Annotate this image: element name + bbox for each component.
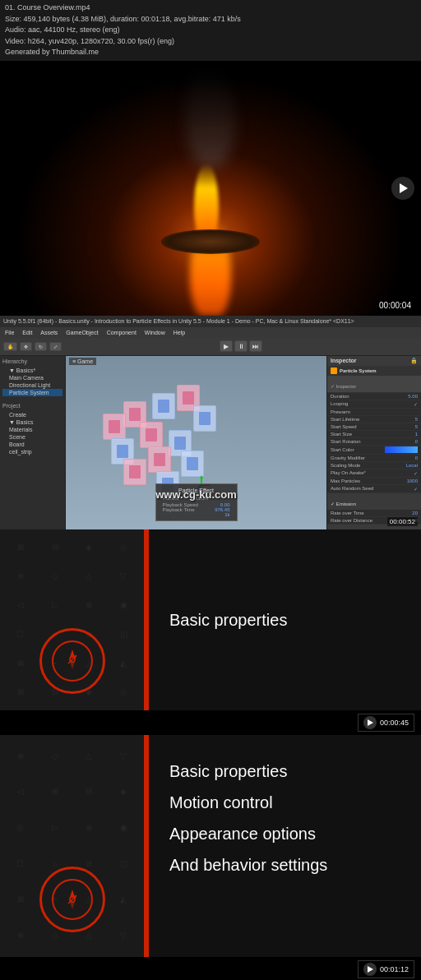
toolbar-scale-btn[interactable]: ⤢ — [49, 342, 62, 351]
play-triangle-icon — [400, 183, 408, 193]
particle-sys-icon — [331, 368, 337, 374]
project-scene[interactable]: Scene — [2, 433, 62, 441]
compass-icon-1 — [39, 628, 105, 694]
menu-window[interactable]: Window — [145, 330, 165, 335]
timestamp-row-2: 00:01:12 — [0, 957, 421, 981]
timestamp-badge-2: 00:01:12 — [358, 960, 414, 978]
unity-main-area: Hierarchy ▼ Basics* Main Camera Directio… — [0, 356, 421, 529]
inspector-lock-icon[interactable]: 🔒 — [410, 358, 418, 364]
project-title: Project — [2, 403, 62, 409]
inspector-enabled: ✓ Inspector — [331, 384, 356, 389]
card1-text-area: Basic properties — [149, 529, 421, 710]
project-create[interactable]: Create — [2, 411, 62, 418]
timestamp-row-1: 00:00:45 — [0, 710, 421, 735]
card2-text-area: Basic properties Motion control Appearan… — [149, 735, 421, 957]
info-line-4: Video: h264, yuv420p, 1280x720, 30.00 fp… — [5, 36, 416, 48]
unity-toolbar: ✋ ✥ ↻ ⤢ ▶ ⏸ ⏭ — [0, 338, 421, 356]
menu-file[interactable]: File — [5, 330, 14, 335]
start-color-swatch[interactable] — [385, 446, 418, 453]
unity-scene-view[interactable]: ≡ Game — [66, 356, 326, 529]
play-triangle-sm-1 — [368, 719, 373, 726]
basic-properties-card: ⊞ ⊟ ◈ ◎ ⊕ ◇ △ ▽ ◁ ▷ ⊗ ◉ ☐ ⌂ ⊘ ◫ ⊠ ⌁ ◬ ◭ … — [0, 529, 421, 710]
info-line-5: Generated by Thumbnail.me — [5, 47, 416, 58]
compass-icon-2 — [39, 867, 105, 932]
smoke-effect — [186, 69, 235, 168]
step-btn[interactable]: ⏭ — [249, 340, 262, 352]
particle-card-5 — [140, 422, 163, 448]
particle-sys-label: Particle System — [340, 368, 377, 373]
card-pattern-2: ⊕ ◇ △ ▽ ◁ ⊞ ⊟ ◈ ◎ ▷ ⊗ ◉ ☐ ⌂ ⊘ ◫ ⊠ ⌁ ◬ ◭ … — [0, 735, 144, 957]
play-triangle-sm-2 — [368, 966, 373, 973]
scene-tab[interactable]: ≡ Game — [69, 358, 96, 365]
card1-title: Basic properties — [169, 609, 287, 631]
play-btn[interactable]: ▶ — [220, 340, 233, 352]
timestamp-text-1: 00:00:45 — [380, 719, 409, 727]
campfire-timestamp: 00:00:04 — [376, 300, 414, 311]
menu-assets[interactable]: Assets — [40, 330, 58, 335]
hierarchy-dirlight[interactable]: Directional Light — [2, 381, 62, 389]
info-line-2: Size: 459,140 bytes (4.38 MiB), duration… — [5, 14, 416, 25]
particle-card-7 — [103, 414, 126, 440]
project-basics[interactable]: ▼ Basics — [2, 418, 62, 426]
svg-marker-1 — [200, 475, 203, 478]
particle-card-9 — [148, 446, 171, 473]
timestamp-text-2: 00:01:12 — [380, 965, 409, 973]
campfire-video-thumbnail: 00:00:04 — [0, 61, 421, 316]
play-button-overlay[interactable] — [391, 177, 414, 200]
compass-arrow-icon — [60, 647, 85, 675]
unity-menubar: File Edit Assets GameObject Component Wi… — [0, 327, 421, 338]
hierarchy-title: Hierarchy — [2, 358, 62, 364]
menu-component[interactable]: Component — [107, 330, 136, 335]
project-board[interactable]: Board — [2, 441, 62, 448]
hierarchy-maincam[interactable]: Main Camera — [2, 374, 62, 381]
unity-editor-screenshot: Unity 5.5.0f1 (64bit) - Basics.unity - I… — [0, 316, 421, 529]
particle-card-11 — [123, 459, 146, 485]
ground-circle — [161, 229, 260, 254]
project-strip[interactable]: cell_strip — [2, 448, 62, 455]
project-materials[interactable]: Materials — [2, 426, 62, 433]
toolbar-rotate-btn[interactable]: ↻ — [35, 342, 47, 351]
menu-gameobject[interactable]: GameObject — [66, 330, 98, 335]
emission-section: ✓ Emission — [327, 493, 421, 510]
info-line-1: 01. Course Overview.mp4 — [5, 2, 416, 14]
play-icon-sm-2 — [363, 963, 377, 976]
card2-item-3: Appearance options — [169, 822, 316, 845]
flame — [198, 164, 223, 238]
info-bar: 01. Course Overview.mp4 Size: 459,140 by… — [0, 0, 421, 61]
card2-item-4: And behavior settings — [169, 853, 327, 876]
unity-inspector-panel: Inspector 🔒 Particle System ✓ Inspector … — [326, 356, 421, 529]
card2-item-1: Basic properties — [169, 760, 287, 783]
pause-btn[interactable]: ⏸ — [234, 340, 248, 352]
toolbar-move-btn[interactable]: ✥ — [20, 342, 32, 351]
menu-edit[interactable]: Edit — [22, 330, 32, 335]
unity-title-text: Unity 5.5.0f1 (64bit) - Basics.unity - I… — [3, 318, 354, 324]
pe-time-label: Playback Time — [163, 507, 195, 512]
unity-titlebar: Unity 5.5.0f1 (64bit) - Basics.unity - I… — [0, 316, 421, 327]
hierarchy-particlesys[interactable]: Particle System — [2, 389, 62, 396]
inspector-title-label: Inspector — [331, 358, 357, 363]
toolbar-hand-btn[interactable]: ✋ — [3, 342, 17, 351]
play-icon-sm-1 — [363, 716, 377, 729]
particle-card-4 — [193, 405, 216, 432]
multi-items-card: ⊕ ◇ △ ▽ ◁ ⊞ ⊟ ◈ ◎ ▷ ⊗ ◉ ☐ ⌂ ⊘ ◫ ⊠ ⌁ ◬ ◭ … — [0, 735, 421, 957]
timestamp-badge-1: 00:00:45 — [358, 714, 414, 732]
unity-timestamp: 00:00:52 — [387, 517, 418, 526]
particle-card-2 — [152, 393, 175, 419]
hierarchy-basics[interactable]: ▼ Basics* — [2, 367, 62, 374]
unity-hierarchy-panel: Hierarchy ▼ Basics* Main Camera Directio… — [0, 356, 66, 529]
menu-help[interactable]: Help — [173, 330, 185, 335]
card2-item-2: Motion control — [169, 791, 273, 814]
pe-count-val: 1k — [224, 512, 229, 517]
play-controls: ▶ ⏸ ⏭ — [220, 340, 262, 352]
info-line-3: Audio: aac, 44100 Hz, stereo (eng) — [5, 25, 416, 36]
card-pattern-1: ⊞ ⊟ ◈ ◎ ⊕ ◇ △ ▽ ◁ ▷ ⊗ ◉ ☐ ⌂ ⊘ ◫ ⊠ ⌁ ◬ ◭ … — [0, 529, 144, 710]
watermark-text: www.cg-ku.com — [155, 488, 236, 501]
